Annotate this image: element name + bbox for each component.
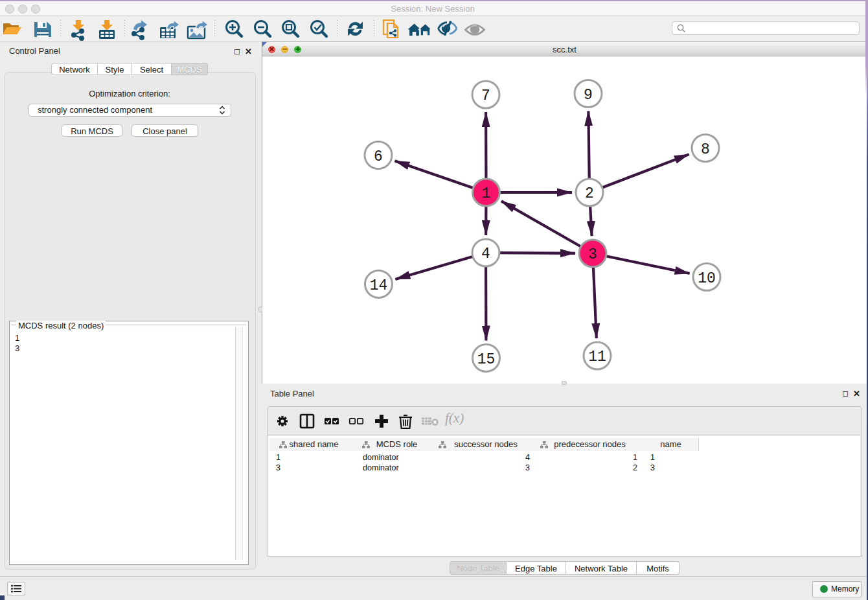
svg-text:1: 1 — [482, 185, 491, 202]
svg-text:3: 3 — [588, 246, 597, 263]
svg-text:14: 14 — [370, 277, 388, 294]
svg-text:11: 11 — [588, 349, 606, 365]
svg-text:6: 6 — [374, 148, 383, 165]
svg-text:2: 2 — [585, 185, 594, 202]
svg-text:15: 15 — [477, 351, 496, 368]
svg-text:4: 4 — [481, 246, 490, 262]
svg-text:9: 9 — [584, 87, 593, 104]
svg-text:7: 7 — [481, 87, 490, 104]
svg-text:10: 10 — [698, 270, 716, 287]
svg-text:8: 8 — [701, 141, 710, 158]
